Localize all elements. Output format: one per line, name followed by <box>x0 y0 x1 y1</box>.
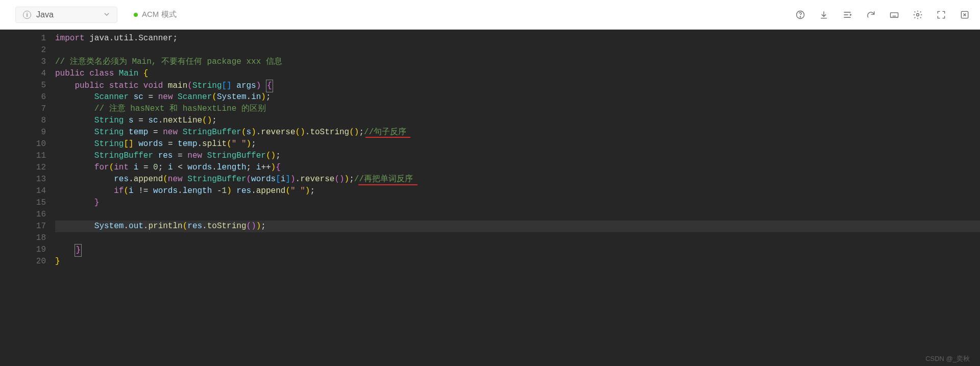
svg-point-1 <box>800 16 800 17</box>
code-line[interactable]: StringBuffer res = new StringBuffer(); <box>55 150 980 162</box>
line-number: 7 <box>0 103 46 115</box>
line-number: 6 <box>0 91 46 103</box>
download-icon[interactable] <box>819 10 829 20</box>
code-line[interactable]: String[] words = temp.split(" "); <box>55 138 980 150</box>
line-number: 2 <box>0 44 46 56</box>
line-number: 10 <box>0 138 46 150</box>
line-number: 16 <box>0 209 46 221</box>
code-line[interactable]: // 注意 hasNext 和 hasNextLine 的区别 <box>55 103 980 115</box>
line-number: 3 <box>0 56 46 68</box>
code-line[interactable]: System.out.println(res.toString()); <box>55 221 980 232</box>
code-line[interactable]: res.append(new StringBuffer(words[i]).re… <box>55 174 980 185</box>
code-line[interactable]: // 注意类名必须为 Main, 不要有任何 package xxx 信息 <box>55 56 980 68</box>
line-number: 18 <box>0 232 46 244</box>
line-number: 12 <box>0 162 46 174</box>
status-dot-icon <box>134 13 138 17</box>
code-line[interactable]: String s = sc.nextLine(); <box>55 115 980 127</box>
toolbar-actions <box>795 10 970 20</box>
line-number: 19 <box>0 244 46 256</box>
code-line[interactable]: import java.util.Scanner; <box>55 33 980 44</box>
code-line[interactable] <box>55 44 980 56</box>
line-number: 15 <box>0 197 46 209</box>
mode-indicator: ACM 模式 <box>134 10 177 19</box>
line-number: 14 <box>0 185 46 197</box>
line-number: 1 <box>0 33 46 44</box>
line-number: 4 <box>0 68 46 80</box>
code-line[interactable]: for(int i = 0; i < words.length; i++){ <box>55 162 980 174</box>
code-content[interactable]: import java.util.Scanner;// 注意类名必须为 Main… <box>55 33 980 366</box>
keyboard-icon[interactable] <box>889 10 899 20</box>
settings-icon[interactable] <box>913 10 923 20</box>
line-number-gutter: 1234567891011121314151617181920 <box>0 33 55 366</box>
code-line[interactable] <box>55 232 980 244</box>
line-number: 5 <box>0 80 46 91</box>
code-line[interactable]: } <box>55 197 980 209</box>
svg-point-3 <box>917 13 919 16</box>
code-line[interactable]: } <box>55 256 980 267</box>
code-line[interactable]: String temp = new StringBuffer(s).revers… <box>55 127 980 138</box>
code-line[interactable]: if(i != words.length -1) res.append(" ")… <box>55 185 980 197</box>
refresh-icon[interactable] <box>866 10 876 20</box>
mode-label: ACM 模式 <box>142 10 177 19</box>
format-icon[interactable] <box>842 10 852 20</box>
line-number: 20 <box>0 256 46 267</box>
line-number: 13 <box>0 174 46 185</box>
language-selector[interactable]: i Java <box>15 7 117 23</box>
svg-rect-2 <box>891 12 898 17</box>
annotation-underline <box>358 184 418 185</box>
annotation-underline <box>365 137 410 138</box>
code-line[interactable]: public class Main { <box>55 68 980 80</box>
line-number: 8 <box>0 115 46 127</box>
info-icon: i <box>23 11 31 19</box>
code-line[interactable]: Scanner sc = new Scanner(System.in); <box>55 91 980 103</box>
language-label: Java <box>36 10 54 19</box>
code-line[interactable] <box>55 209 980 221</box>
code-editor[interactable]: 1234567891011121314151617181920 import j… <box>0 30 980 366</box>
close-panel-icon[interactable] <box>960 10 970 20</box>
code-line[interactable]: public static void main(String[] args) { <box>55 80 980 91</box>
line-number: 11 <box>0 150 46 162</box>
fullscreen-icon[interactable] <box>936 10 946 20</box>
watermark: CSDN @_奕秋 <box>925 354 970 363</box>
help-icon[interactable] <box>795 10 805 20</box>
line-number: 17 <box>0 221 46 232</box>
code-line[interactable]: } <box>55 244 980 256</box>
chevron-down-icon <box>104 11 110 19</box>
line-number: 9 <box>0 127 46 138</box>
toolbar: i Java ACM 模式 <box>0 0 980 30</box>
